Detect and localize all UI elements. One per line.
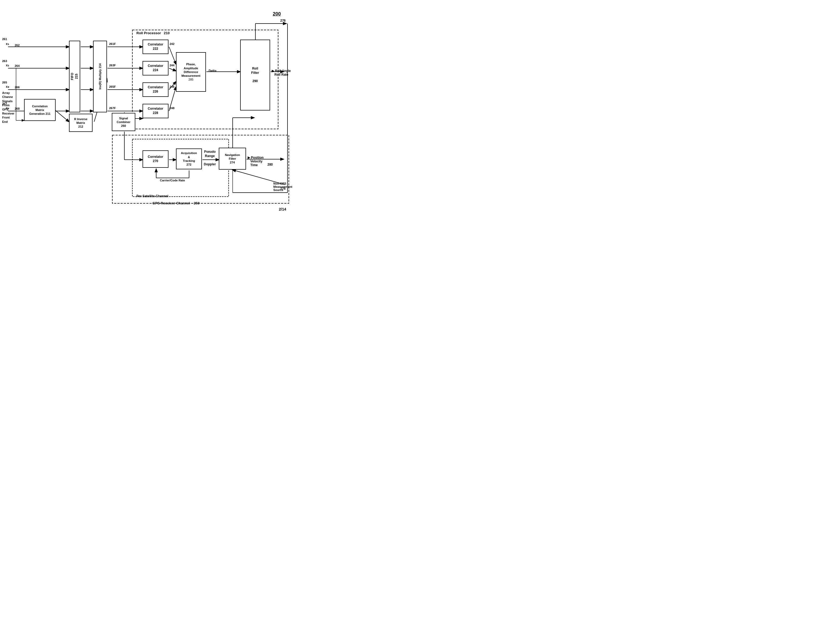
main-reference: 200 <box>273 11 281 17</box>
non-gps-label: Non-GPSMeasurementSource <box>273 182 292 192</box>
n242-label: 242 <box>169 42 174 46</box>
n248-label: 248 <box>169 107 174 110</box>
x2-label: x₂ <box>6 63 9 67</box>
n265-label: 265 <box>2 81 7 84</box>
n263F-label: 263F <box>109 64 116 67</box>
diagram: 200 Roll Processor 210 ArrayChanneSignal… <box>0 0 294 216</box>
phase-amplitude-block: Phase,AmplitudeDifferenceMeasurement285 <box>176 52 206 92</box>
roll-filter-block: RollFilter290 <box>240 40 270 110</box>
n262-label: 262 <box>15 44 19 47</box>
n280-label: 280 <box>267 163 273 166</box>
n267-label: 267 <box>2 102 7 105</box>
n267F-label: 267F <box>109 107 116 110</box>
roll-angle-label: ▶ Roll Angle Roll Rate <box>272 69 291 77</box>
gps-receiver-channel-label: GPS Receiver Channel 250 <box>153 201 199 205</box>
n265F-label: 265F <box>109 85 116 88</box>
x3-label: x₃ <box>6 85 9 89</box>
navigation-filter-block: NavigationFilter274 <box>219 148 246 169</box>
signal-combiner-block: SignalCombiner260 <box>112 113 135 131</box>
svg-line-18 <box>169 68 176 71</box>
n263-label: 263 <box>2 59 7 62</box>
acq-tracking-block: Acquisition&Tracking272 <box>176 149 202 169</box>
roll-processor-label: Roll Processor 210 <box>137 31 169 35</box>
svg-line-42 <box>55 110 69 122</box>
x1-label: x₁ <box>6 42 9 46</box>
x4-label: x₄ <box>6 106 9 110</box>
pseudo-range-label: PseudoRangeDoppler <box>204 150 216 166</box>
correlator-224-block: Correlator224 <box>142 61 168 76</box>
delta-label: Delta <box>209 69 216 73</box>
r-inverse-block: R InverseMatrix212 <box>69 114 92 132</box>
n244-label: 244 <box>169 64 174 67</box>
n261-label: 261 <box>2 37 7 41</box>
correlator-228-block: Correlator228 <box>142 104 168 118</box>
correlator-226-block: Correlator226 <box>142 82 168 97</box>
page-number: 2/14 <box>279 207 286 211</box>
position-vel-label: ▶ Position Velocity Time <box>248 156 264 167</box>
n266-label: 266 <box>15 86 19 89</box>
n276-top-label: 276 <box>280 19 286 22</box>
per-satellite-label: Per Satellite Channel <box>137 194 168 198</box>
n264-label: 264 <box>15 64 19 67</box>
n261F-label: 261F <box>109 42 116 46</box>
fifo-block: FIFO215 <box>69 41 80 112</box>
carrier-code-label: Carrier/Code Rate <box>160 179 185 182</box>
correlator-222-block: Correlator222 <box>142 40 168 54</box>
correlation-matrix-block: CorrelationMatrixGeneration 211 <box>24 99 56 121</box>
n268-label: 268 <box>15 107 19 110</box>
svg-line-17 <box>169 47 176 64</box>
correlator-270-block: Correlator270 <box>142 150 168 168</box>
inv-multiply-block: Inv(R) Multiply 214 <box>93 41 107 112</box>
n246-label: 246 <box>169 85 174 88</box>
